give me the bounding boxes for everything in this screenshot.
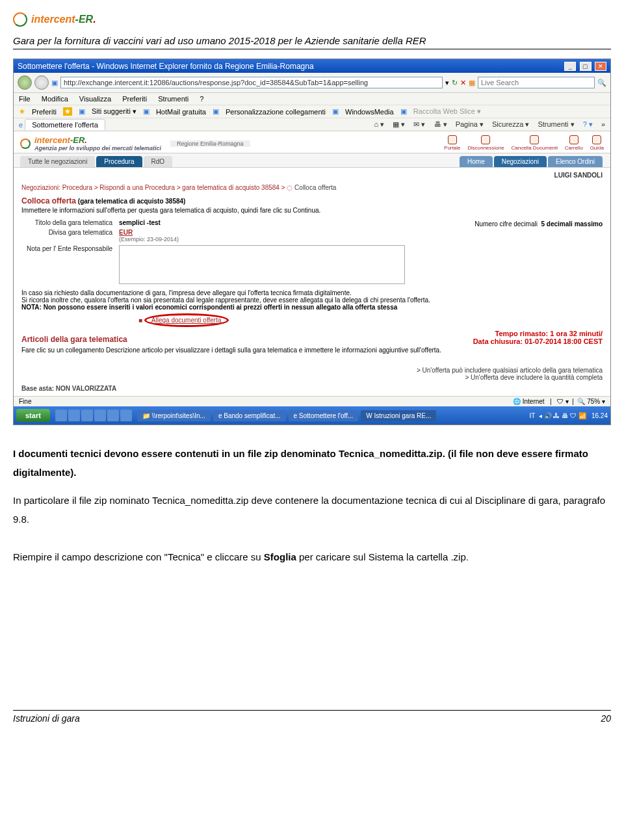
fav-item-1[interactable]: Siti suggeriti ▾ (92, 107, 136, 116)
rtab-home[interactable]: Home (460, 156, 493, 167)
task-2[interactable]: e Bando semplificat... (213, 410, 286, 421)
nota-label: Nota per l' Ente Responsabile (21, 245, 112, 284)
breadcrumb-path[interactable]: Negoziazioni: Procedura > Rispondi a una… (21, 184, 285, 191)
allega-link[interactable]: Allega documenti offerta (151, 317, 222, 324)
fav-item-5[interactable]: Raccolta Web Slice ▾ (413, 107, 481, 116)
address-bar[interactable] (60, 77, 443, 88)
divisa-example: (Esempio: 23-09-2014) (119, 236, 179, 243)
link-disconnessione[interactable]: Disconnessione (467, 135, 504, 151)
tab-negoziazioni-all[interactable]: Tutte le negoziazioni (20, 156, 95, 167)
ql-icon-6[interactable] (120, 410, 132, 421)
feed-icon[interactable]: ▦ ▾ (393, 120, 405, 128)
status-left: Fine (19, 398, 31, 405)
instruction-text: I documenti tecnici devono essere conten… (13, 445, 611, 567)
close-button[interactable]: ✕ (595, 62, 606, 71)
rtab-ordini[interactable]: Elenco Ordini (548, 156, 603, 167)
menu-preferiti[interactable]: Preferiti (122, 95, 147, 103)
rer-badge: Regione Emilia-Romagna (170, 140, 250, 147)
start-button[interactable]: start (16, 409, 50, 422)
rtab-negoziazioni[interactable]: Negoziazioni (494, 156, 547, 167)
search-provider-icon: ▦ (469, 79, 475, 87)
para-2b: Sfoglia (264, 551, 296, 562)
menu-strumenti[interactable]: Strumenti (158, 95, 188, 103)
zoom-icon[interactable]: 🔍 (577, 398, 585, 405)
screenshot-container: Sottomettere l'offerta - Windows Interne… (13, 59, 611, 425)
page-icon: ▣ (51, 79, 58, 87)
link-portale[interactable]: Portale (444, 135, 460, 151)
task-1[interactable]: 📁 \\rerpoint\sites\In... (137, 410, 211, 421)
fav-item-2[interactable]: HotMail gratuita (156, 108, 206, 116)
system-tray: IT ◂ 🔊 🖧 🖶 🛡 📶 16.24 (529, 412, 608, 419)
go-dropdown[interactable]: ▾ (445, 79, 449, 87)
menu-visualizza[interactable]: Visualizza (79, 95, 111, 103)
ql-icon-4[interactable] (94, 410, 106, 421)
back-button[interactable] (18, 75, 32, 90)
tab-rdo[interactable]: RdO (144, 156, 173, 167)
status-zone: Internet (523, 398, 545, 405)
menu-help[interactable]: ? (200, 95, 203, 103)
ql-icon-3[interactable] (81, 410, 93, 421)
hint-2: > Un'offerta deve includere la quantità … (21, 374, 603, 381)
ie-icon: e (19, 121, 23, 129)
add-fav-icon[interactable]: ★ (63, 107, 72, 116)
ie-status-bar: Fine 🌐 Internet | 🛡 ▾ | 🔍 75% ▾ (14, 396, 610, 406)
allega-highlight: Allega documenti offerta (144, 313, 229, 327)
page-footer: Istruzioni di gara 20 (13, 710, 611, 724)
section2-heading: Articoli della gara telematica (21, 335, 441, 344)
tab-current[interactable]: Sottomettere l'offerta (25, 119, 105, 130)
ie-menu-bar: File Modifica Visualizza Preferiti Strum… (14, 93, 610, 105)
toolbar-strumenti[interactable]: Strumenti ▾ (538, 120, 574, 128)
divisa-value[interactable]: EUR (119, 229, 133, 236)
ql-icon-2[interactable] (68, 410, 80, 421)
print-icon[interactable]: 🖶 ▾ (434, 120, 447, 128)
disclaimer-3: NOTA: Non possono essere inseriti i valo… (21, 304, 603, 311)
stop-button[interactable]: ✕ (460, 79, 466, 87)
home-dropdown-icon[interactable]: ⌂ ▾ (374, 120, 384, 128)
loading-spinner-icon: ◌ (287, 184, 292, 191)
tab-procedura[interactable]: Procedura (96, 156, 142, 167)
toolbar-pagina[interactable]: Pagina ▾ (456, 120, 484, 128)
page-header: intercent-ER. (13, 7, 611, 33)
task-4[interactable]: W Istruzioni gara RE... (361, 410, 436, 421)
favorites-star-icon[interactable]: ★ (19, 107, 25, 116)
app-subtitle: Agenzia per lo sviluppo dei mercati tele… (34, 145, 161, 151)
link-guida[interactable]: Guida (590, 135, 604, 151)
ql-icon-1[interactable] (55, 410, 67, 421)
more-icon[interactable]: » (601, 120, 605, 128)
search-button[interactable]: 🔍 (597, 79, 606, 87)
help-icon[interactable]: ? ▾ (583, 120, 593, 128)
fav-item-4[interactable]: WindowsMedia (345, 108, 394, 116)
search-box[interactable] (478, 77, 595, 88)
ie-tabs-bar: e Sottomettere l'offerta ⌂ ▾ ▦ ▾ ✉ ▾ 🖶 ▾… (14, 118, 610, 131)
menu-file[interactable]: File (19, 95, 31, 103)
protected-mode-icon: 🛡 (557, 398, 564, 405)
mail-icon[interactable]: ✉ ▾ (413, 120, 425, 128)
toolbar-sicurezza[interactable]: Sicurezza ▾ (492, 120, 529, 128)
app-header: intercent-ER. Agenzia per lo sviluppo de… (14, 131, 610, 153)
ql-icon-5[interactable] (107, 410, 119, 421)
swirl-icon (13, 12, 27, 27)
refresh-button[interactable]: ↻ (452, 79, 458, 87)
maximize-button[interactable]: ▢ (580, 62, 592, 71)
footer-page-number: 20 (601, 713, 611, 724)
section-heading: Colloca offerta (21, 196, 76, 205)
minimize-button[interactable]: _ (564, 62, 576, 71)
menu-modifica[interactable]: Modifica (42, 95, 68, 103)
titolo-label: Titolo della gara telematica (21, 219, 112, 226)
para-1b: In particolare il file zip nominato Tecn… (13, 492, 611, 529)
clock: 16.24 (592, 412, 608, 419)
link-cancella[interactable]: Cancella Documenti (511, 135, 558, 151)
link-carrello[interactable]: Carrello (565, 135, 583, 151)
nota-textarea[interactable] (119, 245, 405, 284)
window-title: Sottomettere l'offerta - Windows Interne… (18, 62, 314, 71)
para-2c: per caricare sul Sistema la cartella .zi… (296, 551, 469, 562)
task-3[interactable]: e Sottomettere l'off... (289, 410, 359, 421)
lang-indicator[interactable]: IT (529, 412, 535, 419)
favorites-label[interactable]: Preferiti (32, 108, 57, 116)
fav-item-3[interactable]: Personalizzazione collegamenti (226, 108, 326, 116)
countdown-timer: Tempo rimasto: 1 ora 32 minuti/ Data chi… (473, 330, 603, 345)
user-name: LUIGI SANDOLI (14, 168, 610, 183)
section2-text: Fare clic su un collegamento Descrizione… (21, 347, 441, 354)
window-controls: _ ▢ ✕ (563, 61, 606, 71)
forward-button[interactable] (34, 75, 49, 90)
